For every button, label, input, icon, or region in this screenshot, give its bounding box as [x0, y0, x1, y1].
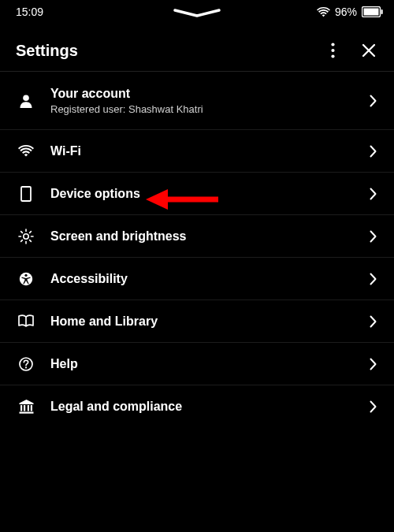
more-vertical-icon — [331, 43, 335, 58]
settings-item-subtitle: Registered user: Shashwat Khatri — [50, 103, 362, 115]
settings-item-title: Help — [50, 356, 362, 372]
settings-item-title: Device options — [50, 186, 362, 202]
settings-item-device-options[interactable]: Device options — [0, 173, 394, 215]
svg-rect-26 — [30, 405, 32, 411]
wifi-icon — [16, 145, 36, 157]
chevron-right-icon — [370, 145, 377, 158]
accessibility-icon — [16, 272, 36, 286]
svg-rect-27 — [19, 412, 33, 414]
brightness-icon — [16, 229, 36, 244]
chevron-right-icon — [370, 315, 377, 328]
close-button[interactable] — [359, 41, 378, 60]
svg-point-6 — [23, 95, 29, 101]
chevron-right-icon — [370, 95, 377, 107]
svg-point-8 — [24, 233, 28, 238]
settings-item-account[interactable]: Your account Registered user: Shashwat K… — [0, 72, 394, 130]
svg-rect-25 — [27, 405, 28, 411]
svg-line-16 — [30, 231, 32, 233]
close-icon — [362, 43, 376, 58]
svg-point-21 — [25, 366, 27, 368]
more-menu-button[interactable] — [323, 41, 342, 60]
chevron-right-icon — [370, 358, 377, 370]
status-time: 15:09 — [16, 6, 43, 18]
settings-item-help[interactable]: Help — [0, 343, 394, 385]
settings-item-title: Legal and compliance — [50, 399, 362, 415]
settings-item-title: Home and Library — [50, 314, 362, 329]
svg-point-5 — [331, 54, 334, 58]
page-title: Settings — [16, 42, 78, 60]
svg-point-4 — [331, 49, 334, 52]
legal-icon — [16, 400, 36, 414]
header-actions — [323, 41, 378, 60]
chevron-right-icon — [370, 188, 377, 200]
svg-rect-23 — [20, 405, 22, 411]
svg-rect-2 — [381, 9, 383, 14]
svg-point-3 — [331, 43, 334, 46]
chevron-right-icon — [370, 230, 377, 243]
settings-item-title: Your account — [50, 86, 362, 102]
drag-handle-icon — [173, 8, 221, 19]
settings-item-title: Accessibility — [50, 271, 362, 287]
status-right: 96% — [317, 6, 383, 18]
settings-item-legal[interactable]: Legal and compliance — [0, 385, 394, 428]
settings-item-title: Wi-Fi — [50, 143, 362, 159]
settings-item-title: Screen and brightness — [50, 229, 362, 244]
account-icon — [16, 94, 36, 108]
settings-list: Your account Registered user: Shashwat K… — [0, 72, 394, 428]
settings-header: Settings — [0, 24, 394, 72]
battery-icon — [362, 6, 383, 17]
svg-rect-24 — [24, 405, 25, 411]
device-icon — [16, 186, 36, 202]
settings-item-wifi[interactable]: Wi-Fi — [0, 130, 394, 173]
svg-rect-7 — [21, 187, 31, 201]
help-icon — [16, 357, 36, 371]
settings-item-accessibility[interactable]: Accessibility — [0, 258, 394, 300]
chevron-right-icon — [370, 400, 377, 413]
library-icon — [16, 314, 36, 328]
svg-point-18 — [24, 273, 27, 276]
wifi-status-icon — [317, 7, 330, 17]
svg-marker-22 — [19, 400, 33, 404]
settings-item-home-library[interactable]: Home and Library — [0, 300, 394, 343]
chevron-right-icon — [370, 273, 377, 285]
battery-percent: 96% — [335, 6, 357, 18]
svg-line-13 — [21, 231, 23, 233]
svg-line-14 — [30, 240, 32, 241]
svg-rect-1 — [364, 9, 379, 16]
svg-line-15 — [21, 240, 23, 241]
settings-item-screen-brightness[interactable]: Screen and brightness — [0, 215, 394, 258]
